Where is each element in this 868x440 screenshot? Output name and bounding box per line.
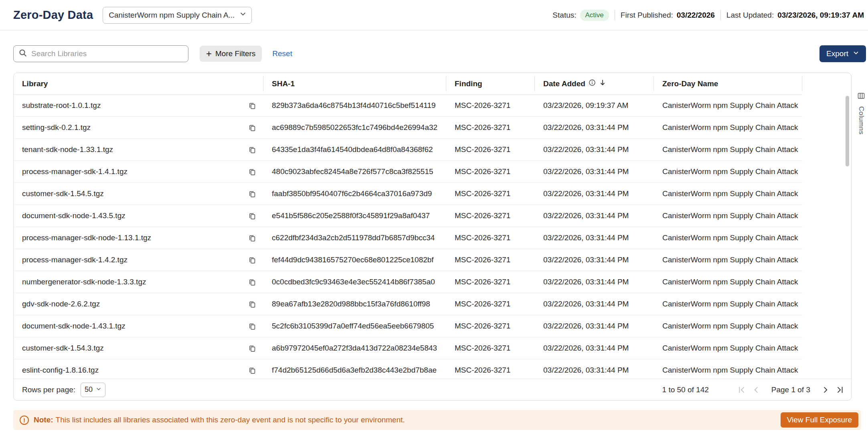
table-row: substrate-root-1.0.1.tgz 829b373a6da46c8… bbox=[14, 95, 802, 117]
copy-icon[interactable] bbox=[248, 234, 256, 242]
copy-icon[interactable] bbox=[248, 101, 256, 109]
zero-day-name-value: CanisterWorm npm Supply Chain Attack bbox=[654, 145, 802, 154]
table-row: process-manager-sdk-1.4.1.tgz 480c9023ab… bbox=[14, 161, 802, 183]
search-input[interactable] bbox=[31, 49, 183, 58]
column-header-zero-day-name[interactable]: Zero-Day Name bbox=[654, 73, 802, 94]
column-header-sha1[interactable]: SHA-1 bbox=[263, 73, 446, 94]
copy-icon[interactable] bbox=[248, 146, 256, 154]
copy-icon[interactable] bbox=[248, 168, 256, 176]
column-header-library[interactable]: Library bbox=[14, 73, 263, 94]
zero-day-name-value: CanisterWorm npm Supply Chain Attack bbox=[654, 255, 802, 264]
date-added-value: 03/22/2026, 03:31:44 PM bbox=[535, 167, 654, 176]
export-button[interactable]: Export bbox=[819, 45, 866, 62]
finding-value: MSC-2026-3271 bbox=[446, 145, 535, 154]
topbar-left: Zero-Day Data CanisterWorm npm Supply Ch… bbox=[13, 7, 252, 24]
finding-value: MSC-2026-3271 bbox=[446, 189, 535, 198]
status-badge: Active bbox=[580, 10, 609, 21]
sha1-value: e541b5f586c205e2588f0f3c45891f29a8af0437 bbox=[263, 211, 446, 220]
sort-desc-icon[interactable] bbox=[599, 79, 606, 88]
library-name: tenant-sdk-node-1.33.1.tgz bbox=[22, 145, 113, 154]
library-cell: gdv-sdk-node-2.6.2.tgz bbox=[14, 300, 263, 308]
divider bbox=[720, 10, 721, 20]
copy-icon[interactable] bbox=[248, 124, 256, 132]
library-name: setting-sdk-0.2.1.tgz bbox=[22, 123, 91, 132]
date-added-value: 03/22/2026, 03:31:44 PM bbox=[535, 322, 654, 331]
copy-icon[interactable] bbox=[248, 190, 256, 198]
sha1-value: fef44d9dc943816575270ec68e801225ce1082bf bbox=[263, 255, 446, 264]
search-box[interactable] bbox=[13, 45, 188, 62]
copy-icon[interactable] bbox=[248, 344, 256, 352]
info-icon bbox=[589, 79, 596, 88]
view-full-exposure-button[interactable]: View Full Exposure bbox=[781, 412, 858, 428]
note-banner: ! Note:This list includes all libraries … bbox=[13, 410, 861, 430]
pagination-controls: Page 1 of 3 bbox=[736, 384, 846, 395]
table-row: numbergenerator-sdk-node-1.3.3.tgz 0c0cd… bbox=[14, 271, 802, 293]
sha1-value: 829b373a6da46c8754b13f4d40716c5bef514119 bbox=[263, 101, 446, 110]
zero-day-name-value: CanisterWorm npm Supply Chain Attack bbox=[654, 366, 802, 375]
finding-value: MSC-2026-3271 bbox=[446, 167, 535, 176]
copy-icon[interactable] bbox=[248, 366, 256, 374]
columns-tab-label: Columns bbox=[857, 106, 865, 135]
library-cell: numbergenerator-sdk-node-1.3.3.tgz bbox=[14, 278, 263, 286]
sha1-value: 5c2fc6b3105399d7a0eff74ed56ea5eeb6679805 bbox=[263, 322, 446, 331]
rows-per-page-select[interactable]: 50 bbox=[81, 383, 105, 397]
table-row: document-sdk-node-1.43.1.tgz 5c2fc6b3105… bbox=[14, 315, 802, 337]
chevron-down-icon bbox=[96, 385, 101, 394]
library-cell: setting-sdk-0.2.1.tgz bbox=[14, 123, 263, 132]
date-added-value: 03/22/2026, 03:31:44 PM bbox=[535, 300, 654, 308]
pagination-range-text: 1 to 50 of 142 bbox=[662, 385, 709, 394]
library-name: gdv-sdk-node-2.6.2.tgz bbox=[22, 300, 100, 308]
table-row: tenant-sdk-node-1.33.1.tgz 64335e1da3f4f… bbox=[14, 139, 802, 161]
table-card: Library SHA-1 Finding Date Added Zero-Da… bbox=[13, 73, 852, 401]
date-added-value: 03/22/2026, 03:31:44 PM bbox=[535, 189, 654, 198]
copy-icon[interactable] bbox=[248, 212, 256, 220]
warning-icon: ! bbox=[20, 416, 29, 425]
column-header-finding[interactable]: Finding bbox=[446, 73, 535, 94]
date-added-value: 03/22/2026, 03:31:44 PM bbox=[535, 233, 654, 242]
vertical-scrollbar-thumb[interactable] bbox=[846, 96, 849, 166]
reset-link[interactable]: Reset bbox=[272, 49, 292, 58]
export-label: Export bbox=[826, 49, 848, 58]
sha1-value: ac69889c7b5985022653fc1c7496bd4e26994a32 bbox=[263, 123, 446, 132]
library-cell: process-manager-sdk-1.4.1.tgz bbox=[14, 167, 263, 176]
date-added-value: 03/23/2026, 09:19:37 AM bbox=[535, 101, 654, 110]
date-added-value: 03/22/2026, 03:31:44 PM bbox=[535, 344, 654, 353]
event-selector-dropdown[interactable]: CanisterWorm npm Supply Chain A... bbox=[103, 7, 252, 24]
column-header-date-added[interactable]: Date Added bbox=[535, 73, 654, 94]
library-name: document-sdk-node-1.43.5.tgz bbox=[22, 211, 125, 220]
finding-value: MSC-2026-3271 bbox=[446, 123, 535, 132]
event-selector-value: CanisterWorm npm Supply Chain A... bbox=[109, 11, 235, 20]
note-text: Note:This list includes all libraries as… bbox=[34, 416, 405, 424]
finding-value: MSC-2026-3271 bbox=[446, 300, 535, 308]
columns-panel-tab[interactable]: Columns bbox=[854, 92, 868, 135]
next-page-button[interactable] bbox=[820, 384, 831, 395]
zero-day-name-value: CanisterWorm npm Supply Chain Attack bbox=[654, 278, 802, 286]
table-row: customer-sdk-1.54.5.tgz faabf3850bf95404… bbox=[14, 183, 802, 205]
library-cell: document-sdk-node-1.43.5.tgz bbox=[14, 211, 263, 220]
chevron-down-icon bbox=[239, 10, 247, 20]
library-name: process-manager-sdk-node-1.13.1.tgz bbox=[22, 233, 151, 242]
copy-icon[interactable] bbox=[248, 322, 256, 330]
search-icon bbox=[18, 49, 27, 59]
finding-value: MSC-2026-3271 bbox=[446, 278, 535, 286]
sha1-value: c622dfbf234d3a2cb2d511978dd7b6857d9bcc34 bbox=[263, 233, 446, 242]
zero-day-name-value: CanisterWorm npm Supply Chain Attack bbox=[654, 233, 802, 242]
zero-day-name-value: CanisterWorm npm Supply Chain Attack bbox=[654, 167, 802, 176]
date-added-value: 03/22/2026, 03:31:44 PM bbox=[535, 278, 654, 286]
finding-value: MSC-2026-3271 bbox=[446, 366, 535, 375]
first-page-button[interactable] bbox=[736, 384, 747, 395]
copy-icon[interactable] bbox=[248, 256, 256, 264]
toolbar: + More Filters Reset Export bbox=[0, 45, 868, 62]
more-filters-button[interactable]: + More Filters bbox=[200, 46, 262, 62]
date-added-value: 03/22/2026, 03:31:44 PM bbox=[535, 366, 654, 375]
library-cell: substrate-root-1.0.1.tgz bbox=[14, 101, 263, 110]
previous-page-button[interactable] bbox=[751, 384, 762, 395]
chevron-down-icon bbox=[853, 49, 859, 58]
sha1-value: 0c0cdbed3fc9c93463e4e3ec552414b86f7385a0 bbox=[263, 278, 446, 286]
copy-icon[interactable] bbox=[248, 278, 256, 286]
copy-icon[interactable] bbox=[248, 300, 256, 308]
library-cell: document-sdk-node-1.43.1.tgz bbox=[14, 322, 263, 331]
divider bbox=[615, 10, 615, 20]
last-page-button[interactable] bbox=[834, 384, 846, 395]
library-name: substrate-root-1.0.1.tgz bbox=[22, 101, 101, 110]
